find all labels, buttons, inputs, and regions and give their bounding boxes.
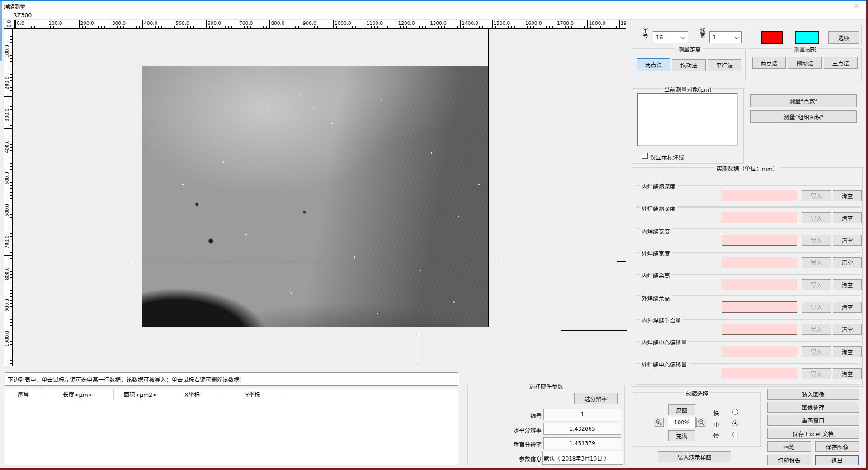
magnifier-minus-icon [698, 419, 705, 426]
measured-value-input[interactable] [722, 257, 797, 268]
status-message: 下边列表中，单击鼠标左键可选中某一行数据，该数据可被导入；单击鼠标右键可删除该数… [8, 375, 245, 384]
h-ruler-label: 600.0 [208, 20, 221, 26]
measured-value-input[interactable] [722, 301, 797, 313]
guide-horizontal [131, 263, 498, 263]
table-column-header: 面积<μm2> [114, 389, 167, 400]
hardware-field-label: 垂直分辨率 [487, 440, 542, 449]
chevron-down-icon [681, 34, 685, 39]
close-icon[interactable]: × [851, 1, 862, 10]
measured-value-input[interactable] [722, 212, 797, 223]
right-edge-strip [866, 0, 868, 470]
clear-button[interactable]: 清空 [833, 257, 862, 268]
measure-area-button[interactable]: 测量“组织面积” [750, 110, 857, 123]
menu-item-rz300[interactable]: RZ300 [10, 11, 35, 19]
fit-button[interactable]: 充满 [668, 430, 695, 441]
import-button[interactable]: 导入 [802, 346, 831, 357]
save-excel-button[interactable]: 保存 Excel 文档 [767, 428, 859, 439]
measurement-table[interactable]: 序号长度<μm>面积<μm2>X坐标Y坐标 [5, 389, 458, 465]
import-button[interactable]: 导入 [802, 257, 831, 268]
import-button[interactable]: 导入 [802, 212, 831, 223]
import-button[interactable]: 导入 [802, 279, 831, 290]
select-resolution-button[interactable]: 选分辨率 [574, 393, 618, 404]
save-image-button[interactable]: 保存图像 [815, 441, 859, 452]
import-button[interactable]: 导入 [802, 302, 831, 313]
circle-method-button-1[interactable]: 两点法 [752, 57, 786, 69]
import-button[interactable]: 导入 [802, 235, 831, 246]
redraw-window-button[interactable]: 重画窗口 [767, 415, 859, 426]
circle-method-button-2[interactable]: 拖动法 [788, 57, 822, 69]
font-size-select[interactable]: 16 [653, 31, 688, 43]
h-ruler-label: 800.0 [271, 20, 284, 26]
measure-points-button[interactable]: 测量“点数” [750, 94, 857, 107]
import-button[interactable]: 导入 [802, 190, 831, 201]
measurement-table-header: 序号长度<μm>面积<μm2>X坐标Y坐标 [5, 389, 458, 400]
window-title: 焊缝测量 [4, 2, 25, 10]
clear-button[interactable]: 清空 [833, 324, 862, 335]
original-size-button[interactable]: 原图 [668, 404, 695, 415]
measured-value-input[interactable] [722, 190, 797, 201]
line-color-swatch-cyan[interactable] [795, 31, 819, 44]
clear-button[interactable]: 清空 [833, 190, 862, 201]
guide-horizontal-lower [561, 330, 627, 331]
load-demo-image-button[interactable]: 装入演示样图 [658, 451, 731, 462]
show-annotation-only-label: 仅显示标注线 [650, 153, 684, 161]
measured-value-input[interactable] [722, 235, 797, 246]
measured-value-input[interactable] [722, 346, 797, 357]
clear-button[interactable]: 清空 [833, 212, 862, 223]
measured-value-input[interactable] [722, 279, 797, 290]
measured-value-input[interactable] [722, 324, 797, 335]
measured-row-label: 外焊缝宽度 [640, 249, 672, 258]
distance-method-button-2[interactable]: 拖动法 [672, 59, 706, 71]
measure-distance-title: 测量距离 [676, 45, 703, 54]
left-edge-strip [0, 1, 2, 61]
print-report-button[interactable]: 打印报告 [767, 455, 811, 465]
distance-method-button-3[interactable]: 平行法 [708, 59, 741, 71]
font-size-label: 字号 [642, 28, 648, 38]
process-image-button[interactable]: 图像处理 [767, 402, 859, 413]
vertical-ruler: 100.0200.0300.0400.0500.0600.0700.0800.0… [4, 29, 13, 366]
speed-radio-3[interactable] [732, 432, 738, 437]
import-button[interactable]: 导入 [802, 368, 831, 379]
line-width-value: 1 [712, 34, 716, 41]
hardware-field-label: 参数信息 [487, 455, 542, 463]
current-object-listbox[interactable] [637, 93, 738, 146]
measured-row-9: 外焊缝中心偏移量导入清空 [636, 363, 860, 385]
clear-button[interactable]: 清空 [833, 346, 862, 357]
h-ruler-label: 400.0 [144, 20, 157, 26]
status-message-box: 下边列表中，单击鼠标左键可选中某一行数据，该数据可被导入；单击鼠标右键可删除该数… [5, 372, 458, 386]
distance-method-button-1[interactable]: 两点法 [637, 58, 670, 71]
clear-button[interactable]: 清空 [833, 235, 862, 246]
circle-method-button-3[interactable]: 三点法 [824, 57, 858, 69]
clear-button[interactable]: 清空 [833, 302, 862, 313]
zoom-out-button[interactable] [696, 418, 706, 427]
measured-row-6: 外焊缝余高导入清空 [636, 297, 860, 318]
exit-button[interactable]: 退出 [815, 455, 859, 465]
zoom-percent-field[interactable]: 100% [668, 417, 696, 428]
speed-radio-1[interactable] [732, 409, 738, 415]
options-button[interactable]: 选项 [828, 31, 859, 44]
speed-option-label: 慢 [713, 431, 719, 440]
v-ruler-label: 300.0 [5, 108, 10, 128]
h-ruler-label: 500.0 [176, 20, 189, 26]
clear-button[interactable]: 清空 [833, 279, 862, 290]
pen-button[interactable]: 画笔 [767, 441, 811, 452]
import-button[interactable]: 导入 [802, 324, 831, 335]
load-image-button[interactable]: 装入图像 [767, 389, 859, 400]
v-ruler-label: 600.0 [5, 204, 10, 224]
weld-specimen-image[interactable] [142, 66, 489, 327]
menu-bar: RZ300 [0, 10, 866, 20]
v-ruler-label: 800.0 [5, 267, 10, 287]
line-width-select[interactable]: 1 [709, 31, 742, 43]
zoom-in-button[interactable] [654, 418, 664, 427]
h-ruler-label: 1200.0 [398, 20, 415, 26]
line-color-swatch-red[interactable] [761, 31, 783, 44]
show-annotation-only-checkbox[interactable] [642, 153, 648, 159]
measured-value-input[interactable] [722, 368, 797, 379]
magnifier-plus-icon [656, 419, 662, 426]
measured-row-7: 内外焊缝重合量导入清空 [636, 319, 860, 340]
h-ruler-label: 1500.0 [494, 20, 510, 26]
h-ruler-label: 1300.0 [430, 20, 447, 26]
clear-button[interactable]: 清空 [833, 368, 862, 379]
speed-radio-2[interactable] [732, 420, 738, 426]
measured-row-2: 外焊缝熔深度导入清空 [636, 207, 860, 229]
